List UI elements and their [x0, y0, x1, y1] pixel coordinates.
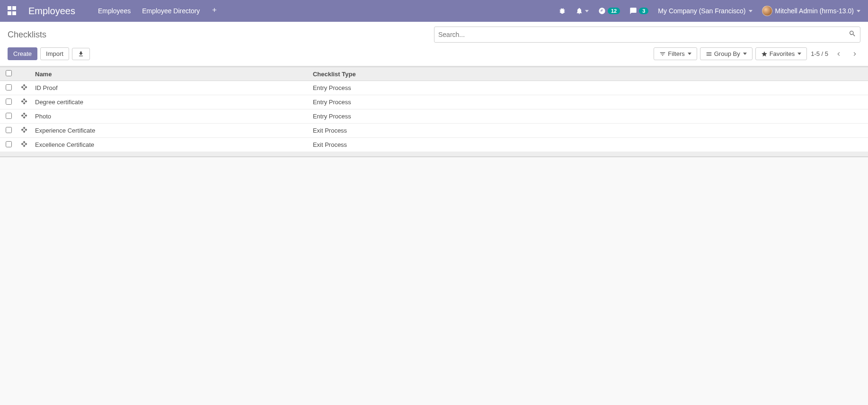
search-input[interactable]	[438, 31, 849, 38]
row-type-cell: Entry Process	[309, 95, 868, 109]
pager-text[interactable]: 1-5 / 5	[811, 50, 828, 57]
row-checkbox-cell	[0, 95, 17, 109]
company-name: My Company (San Francisco)	[658, 7, 745, 15]
chevron-down-icon	[857, 10, 860, 12]
chevron-down-icon	[797, 53, 801, 55]
breadcrumb: Checklists	[8, 30, 46, 40]
chevron-down-icon	[688, 53, 691, 55]
nav-link-employees[interactable]: Employees	[98, 7, 131, 15]
table-row[interactable]: ID ProofEntry Process	[0, 81, 868, 95]
row-type-cell: Exit Process	[309, 138, 868, 152]
row-checkbox-cell	[0, 138, 17, 152]
name-header[interactable]: Name	[31, 67, 309, 81]
control-panel: Checklists Create Import Filters	[0, 22, 868, 66]
move-icon	[21, 141, 27, 147]
activity-icon[interactable]: 12	[598, 7, 620, 15]
row-name-cell: Experience Certificate	[31, 124, 309, 138]
filters-button[interactable]: Filters	[654, 47, 697, 60]
row-name-cell: Degree certificate	[31, 95, 309, 109]
chevron-down-icon	[585, 10, 589, 12]
pager: 1-5 / 5	[811, 48, 860, 60]
row-checkbox-cell	[0, 124, 17, 138]
import-button[interactable]: Import	[40, 47, 69, 60]
navbar-right: 12 3 My Company (San Francisco) Mitchell…	[558, 6, 860, 16]
select-all-header	[0, 67, 17, 81]
discuss-icon[interactable]: 3	[629, 7, 648, 15]
drag-handle[interactable]	[17, 95, 31, 109]
discuss-badge: 3	[639, 8, 648, 14]
checklist-type-header[interactable]: Checklist Type	[309, 67, 868, 81]
checklist-table: Name Checklist Type ID ProofEntry Proces…	[0, 67, 868, 157]
row-checkbox-cell	[0, 109, 17, 124]
pager-prev[interactable]	[833, 48, 844, 60]
table-footer-strip	[0, 152, 868, 157]
groupby-button[interactable]: Group By	[700, 47, 753, 60]
create-button[interactable]: Create	[8, 47, 37, 60]
avatar	[762, 6, 772, 16]
funnel-icon	[659, 51, 666, 57]
move-icon	[21, 112, 27, 119]
drag-header	[17, 67, 31, 81]
table-header-row: Name Checklist Type	[0, 67, 868, 81]
cp-right-controls: Filters Group By Favorites 1-5 / 5	[654, 47, 860, 60]
row-type-cell: Exit Process	[309, 124, 868, 138]
drag-handle[interactable]	[17, 138, 31, 152]
nav-links: Employees Employee Directory	[98, 7, 218, 15]
top-navbar: Employees Employees Employee Directory 1…	[0, 0, 868, 22]
filters-label: Filters	[668, 50, 684, 57]
cp-left-buttons: Create Import	[8, 47, 90, 60]
table-row[interactable]: Excellence CertificateExit Process	[0, 138, 868, 152]
favorites-label: Favorites	[770, 50, 795, 57]
row-type-cell: Entry Process	[309, 109, 868, 124]
table-row[interactable]: Experience CertificateExit Process	[0, 124, 868, 138]
activity-badge: 12	[608, 8, 620, 14]
pager-next[interactable]	[849, 48, 860, 60]
notifications-icon[interactable]	[576, 7, 589, 15]
star-icon	[761, 51, 768, 57]
user-name: Mitchell Admin (hrms-13.0)	[775, 7, 854, 15]
favorites-button[interactable]: Favorites	[755, 47, 807, 60]
move-icon	[21, 126, 27, 133]
row-checkbox[interactable]	[6, 141, 12, 147]
drag-handle[interactable]	[17, 124, 31, 138]
row-name-cell: Photo	[31, 109, 309, 124]
debug-icon[interactable]	[558, 7, 566, 15]
chevron-right-icon	[851, 50, 859, 58]
drag-handle[interactable]	[17, 81, 31, 95]
move-icon	[21, 98, 27, 105]
chevron-down-icon	[749, 10, 753, 12]
move-icon	[21, 84, 27, 90]
plus-icon[interactable]	[211, 7, 218, 15]
app-brand[interactable]: Employees	[28, 6, 75, 17]
apps-menu-icon[interactable]	[8, 6, 17, 16]
filter-group: Filters Group By Favorites	[654, 47, 807, 60]
drag-handle[interactable]	[17, 109, 31, 124]
list-view: Name Checklist Type ID ProofEntry Proces…	[0, 66, 868, 157]
nav-link-employee-directory[interactable]: Employee Directory	[142, 7, 200, 15]
chevron-left-icon	[835, 50, 842, 58]
company-switcher[interactable]: My Company (San Francisco)	[658, 7, 752, 15]
search-icon[interactable]	[849, 30, 856, 39]
chevron-down-icon	[743, 53, 747, 55]
search-box[interactable]	[434, 27, 860, 43]
table-row[interactable]: PhotoEntry Process	[0, 109, 868, 124]
groupby-label: Group By	[714, 50, 740, 57]
row-checkbox[interactable]	[6, 84, 12, 90]
select-all-checkbox[interactable]	[6, 70, 12, 76]
row-checkbox[interactable]	[6, 127, 12, 133]
row-name-cell: ID Proof	[31, 81, 309, 95]
list-icon	[706, 51, 712, 57]
row-checkbox[interactable]	[6, 99, 12, 105]
row-name-cell: Excellence Certificate	[31, 138, 309, 152]
table-row[interactable]: Degree certificateEntry Process	[0, 95, 868, 109]
user-menu[interactable]: Mitchell Admin (hrms-13.0)	[762, 6, 861, 16]
row-checkbox[interactable]	[6, 113, 12, 119]
download-icon	[78, 51, 84, 57]
row-checkbox-cell	[0, 81, 17, 95]
export-button[interactable]	[72, 48, 90, 60]
row-type-cell: Entry Process	[309, 81, 868, 95]
